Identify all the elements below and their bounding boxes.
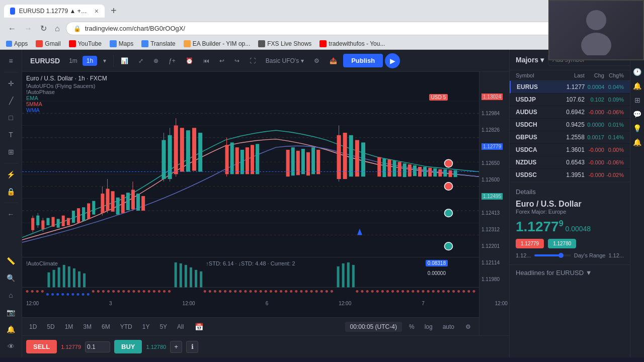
notification-icon[interactable]: 🔔 xyxy=(633,138,641,146)
bookmark-fxs[interactable]: FXS Live Shows xyxy=(258,40,311,47)
plus-button[interactable]: + xyxy=(170,341,182,353)
ytd-button[interactable]: YTD xyxy=(117,322,135,332)
bookmark-apps[interactable]: Apps xyxy=(6,40,28,47)
symbol-row-audusd[interactable]: AUDUS 0.6942 -0.000 -0.06% xyxy=(510,106,630,119)
bar-style-button[interactable]: 📊 xyxy=(117,55,132,66)
symbol-row-usdsgd[interactable]: USDSC 1.3951 -0.000 -0.02% xyxy=(510,169,630,182)
timeframe-1h-button[interactable]: 1h xyxy=(83,56,97,66)
log-button[interactable]: log xyxy=(422,322,436,332)
trend-line-icon[interactable]: ╱ xyxy=(3,93,19,109)
strategy-button[interactable]: Basic UFO's ▾ xyxy=(262,55,308,66)
svg-rect-53 xyxy=(235,147,239,174)
ask-button[interactable]: 1.12780 xyxy=(548,239,576,248)
ruler-icon[interactable]: 📏 xyxy=(3,253,19,269)
range-fill xyxy=(534,254,560,256)
1d-button[interactable]: 1D xyxy=(26,322,40,332)
symbol-row-gbpusd[interactable]: GBPUS 1.2558 0.0017 0.14% xyxy=(510,131,630,144)
text-icon[interactable]: T xyxy=(3,127,19,143)
redo-button[interactable]: ↪ xyxy=(230,55,244,66)
main-chart[interactable]: Euro / U.S. Dollar · 1h · FXCM !AutoUFOs… xyxy=(22,72,479,335)
svg-rect-18 xyxy=(46,218,49,226)
new-tab-button[interactable]: + xyxy=(107,3,121,19)
5d-button[interactable]: 5D xyxy=(44,322,57,332)
grid-icon[interactable]: ⊞ xyxy=(634,96,640,104)
timeframe-dropdown[interactable]: ▾ xyxy=(99,55,110,66)
search-chart-icon[interactable]: 🔍 xyxy=(3,270,19,286)
screenshot-button[interactable]: 📤 xyxy=(326,55,341,66)
bookmark-translate[interactable]: Translate xyxy=(141,40,176,47)
bookmark-maps[interactable]: Maps xyxy=(110,40,133,47)
menu-icon[interactable]: ≡ xyxy=(3,53,19,69)
url-bar[interactable]: 🔒 tradingview.com/chart/BG0rOOgX/ xyxy=(66,22,626,35)
close-tab-button[interactable]: × xyxy=(95,8,99,15)
ema-label: EMA xyxy=(26,95,107,101)
info-button[interactable]: ℹ xyxy=(186,341,198,353)
lightbulb-icon[interactable]: 💡 xyxy=(633,124,641,132)
arrow-left-icon[interactable]: ← xyxy=(3,206,19,222)
sub-chart[interactable]: !AutoClimate ↑STD: 6.14 · ↓STD: 4.48 · C… xyxy=(22,257,479,317)
back-button[interactable]: ← xyxy=(6,22,18,35)
alert-icon[interactable]: 🔔 xyxy=(3,321,19,337)
price-display: 1.12779 0.00048 xyxy=(516,219,624,235)
bell-icon[interactable]: 🔔 xyxy=(633,82,641,90)
symbol-row-nzdusd[interactable]: NZDUS 0.6543 -0.000 -0.06% xyxy=(510,156,630,169)
svg-rect-107 xyxy=(180,263,182,288)
replay-button[interactable]: ⏮ xyxy=(199,55,213,66)
5y-button[interactable]: 5Y xyxy=(156,322,170,332)
6m-button[interactable]: 6M xyxy=(99,322,113,332)
quantity-input[interactable] xyxy=(85,341,110,352)
webcam-feed xyxy=(549,1,643,59)
settings-button[interactable]: ⚙ xyxy=(310,55,324,66)
1y-button[interactable]: 1Y xyxy=(139,322,153,332)
auto-button[interactable]: auto xyxy=(440,322,457,332)
indicators-draw-icon[interactable]: ⊞ xyxy=(3,144,19,160)
symbol-row-usdjpy[interactable]: USDJP 107.62 0.102 0.09% xyxy=(510,94,630,106)
fullscreen-button[interactable]: ⛶ xyxy=(246,55,260,66)
indicators-button[interactable]: ƒ+ xyxy=(165,55,180,66)
forward-button[interactable]: → xyxy=(22,22,34,35)
sub-chart-svg xyxy=(22,257,479,317)
log-scale-button[interactable]: ⤢ xyxy=(134,55,147,66)
3m-button[interactable]: 3M xyxy=(80,322,95,332)
timeframe-1m-button[interactable]: 1m xyxy=(66,56,80,66)
clock-icon[interactable]: 🕐 xyxy=(633,68,641,76)
refresh-button[interactable]: ↻ xyxy=(38,22,49,35)
symbol-row-usdcad[interactable]: USDCA 1.3601 -0.000 0.00% xyxy=(510,144,630,156)
bookmark-youtube[interactable]: YouTube xyxy=(69,40,102,47)
camera-icon[interactable]: 📷 xyxy=(3,304,19,320)
bookmark-gmail[interactable]: Gmail xyxy=(36,40,60,47)
price-chart-area[interactable]: Euro / U.S. Dollar · 1h · FXCM !AutoUFOs… xyxy=(22,72,479,257)
alerts-toolbar-button[interactable]: ⏰ xyxy=(182,55,197,66)
1m-button[interactable]: 1M xyxy=(62,322,76,332)
crosshair-icon[interactable]: ✛ xyxy=(3,75,19,92)
lock-scale-icon[interactable]: 🔒 xyxy=(3,184,19,200)
chat-icon[interactable]: 💬 xyxy=(633,110,641,118)
undo-button[interactable]: ↩ xyxy=(215,55,228,66)
play-button[interactable]: ▶ xyxy=(385,53,400,68)
svg-rect-19 xyxy=(52,217,55,227)
shapes-icon[interactable]: □ xyxy=(3,110,19,126)
bookmark-ea-builder[interactable]: EA Builder - YIM op... xyxy=(184,40,251,47)
home-button[interactable]: ⌂ xyxy=(53,22,62,35)
publish-button[interactable]: Publish xyxy=(343,54,383,67)
price-level-6: 1.12495 xyxy=(481,194,507,199)
symbol-row-usdchf[interactable]: USDCH 0.9425 0.0000 0.01% xyxy=(510,119,630,131)
compare-button[interactable]: ⊕ xyxy=(149,55,163,66)
majors-dropdown[interactable]: Majors ▾ xyxy=(516,56,544,64)
pct-button[interactable]: % xyxy=(406,322,418,332)
settings-chart-button[interactable]: ⚙ xyxy=(461,321,475,332)
buy-button[interactable]: BUY xyxy=(114,340,142,353)
bid-button[interactable]: 1.12779 xyxy=(516,239,544,248)
symbol-row-eurusd[interactable]: EURUS 1.1277 0.0004 0.04% xyxy=(510,81,630,94)
all-button[interactable]: All xyxy=(174,322,187,332)
svg-point-179 xyxy=(442,290,445,293)
headlines-section[interactable]: Headlines for EURUSD ▼ xyxy=(510,264,630,281)
home-chart-icon[interactable]: ⌂ xyxy=(3,287,19,303)
symbol-button[interactable]: EURUSD xyxy=(26,55,64,67)
eye-icon[interactable]: 👁 xyxy=(3,338,19,354)
calendar-button[interactable]: 📅 xyxy=(191,321,207,333)
active-tab[interactable]: EURUSD 1.12779 ▲ +0.04% Basi... × xyxy=(4,5,105,18)
magnet-icon[interactable]: ⚡ xyxy=(3,166,19,183)
bookmark-tradewithufos[interactable]: tradewithufos - You... xyxy=(319,40,385,47)
sell-button[interactable]: SELL xyxy=(26,340,57,353)
